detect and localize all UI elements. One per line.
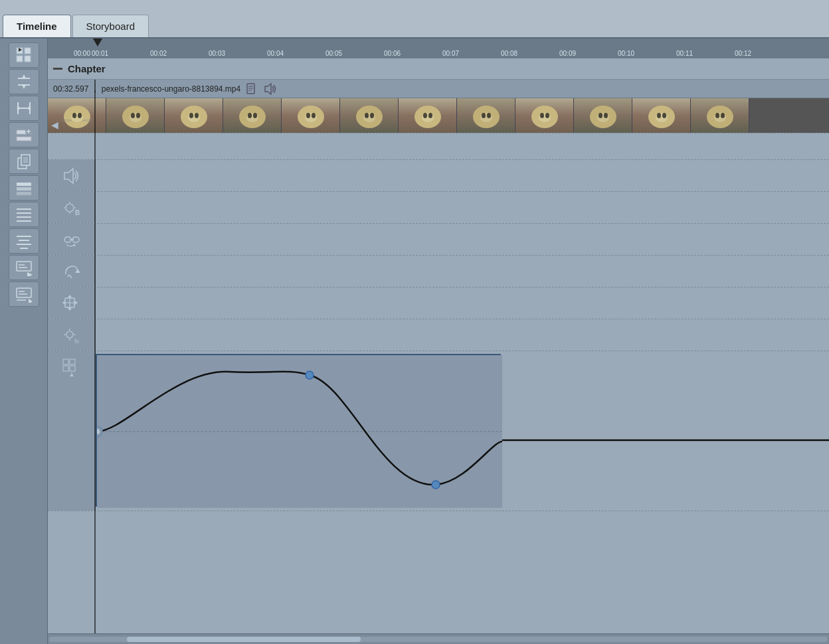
svg-point-63 bbox=[131, 113, 135, 118]
add-track-button[interactable] bbox=[9, 122, 39, 147]
svg-text:fx: fx bbox=[74, 338, 80, 345]
thumb-cell bbox=[340, 98, 399, 133]
svg-marker-139 bbox=[68, 295, 72, 297]
audio-track-content bbox=[96, 160, 829, 191]
bottom-empty-row bbox=[48, 511, 829, 538]
playhead-head-icon bbox=[93, 39, 102, 46]
loop-track-row bbox=[48, 256, 829, 287]
svg-rect-15 bbox=[17, 137, 31, 141]
thumb-cell bbox=[282, 98, 340, 133]
video-track: 00:32.597 , pexels-francesco-ungaro-8813… bbox=[48, 80, 829, 160]
fx-b-icon: B bbox=[62, 198, 82, 218]
video-filename-separator: , bbox=[94, 84, 96, 94]
curve-box[interactable] bbox=[96, 354, 501, 507]
grid-button[interactable] bbox=[9, 42, 39, 68]
effect-track-icon-cell: fx bbox=[48, 319, 96, 351]
svg-marker-125 bbox=[64, 169, 73, 183]
left-toolbar bbox=[0, 39, 48, 644]
svg-point-106 bbox=[545, 113, 549, 118]
ruler[interactable]: 00:00 00:01 00:02 00:03 00:04 00:05 00:0… bbox=[48, 39, 829, 58]
thumb-cell bbox=[691, 98, 749, 133]
center-align-button[interactable] bbox=[9, 228, 39, 254]
audio-track-icon-cell bbox=[48, 160, 96, 191]
stack-button[interactable] bbox=[9, 202, 39, 227]
svg-point-126 bbox=[66, 204, 74, 212]
copy-button[interactable] bbox=[9, 149, 39, 174]
subtitles-button[interactable] bbox=[9, 255, 39, 280]
scrollbar-track[interactable] bbox=[49, 637, 828, 642]
svg-marker-140 bbox=[68, 308, 72, 311]
tab-timeline-label: Timeline bbox=[17, 21, 57, 32]
scrollbar-thumb[interactable] bbox=[127, 637, 361, 642]
effect-icon: fx bbox=[62, 325, 82, 345]
svg-rect-3 bbox=[25, 56, 31, 62]
svg-point-53 bbox=[72, 113, 76, 118]
align-vertical-button[interactable] bbox=[9, 69, 39, 94]
video-audio-icon bbox=[263, 83, 278, 95]
chapter-row: Chapter bbox=[48, 58, 829, 80]
loop-track-content bbox=[96, 256, 829, 287]
svg-point-82 bbox=[312, 113, 316, 118]
svg-point-100 bbox=[487, 113, 491, 118]
svg-rect-1 bbox=[25, 48, 31, 54]
svg-marker-8 bbox=[22, 85, 26, 89]
align-horizontal-button[interactable] bbox=[9, 96, 39, 121]
curve-handle-peak[interactable] bbox=[306, 371, 314, 379]
thumb-cell bbox=[399, 98, 457, 133]
svg-rect-150 bbox=[63, 359, 68, 364]
curve-track-icon-cell bbox=[48, 351, 96, 511]
export-button[interactable] bbox=[9, 282, 39, 307]
svg-point-105 bbox=[540, 113, 544, 118]
horizontal-scrollbar[interactable] bbox=[48, 633, 829, 644]
svg-rect-35 bbox=[17, 262, 31, 271]
svg-rect-26 bbox=[17, 192, 31, 195]
ruler-tick-marks bbox=[48, 53, 829, 58]
move-track-icon-cell bbox=[48, 287, 96, 319]
svg-marker-136 bbox=[75, 269, 80, 273]
timeline-mode-button[interactable] bbox=[9, 175, 39, 201]
svg-point-87 bbox=[365, 113, 369, 118]
timeline-area: 00:00 00:01 00:02 00:03 00:04 00:05 00:0… bbox=[48, 39, 829, 644]
curve-icon bbox=[62, 358, 82, 378]
svg-text:B: B bbox=[75, 209, 80, 216]
playhead-marker[interactable] bbox=[93, 39, 102, 46]
thumb-cell bbox=[223, 98, 282, 133]
svg-point-64 bbox=[136, 113, 140, 118]
effect-track-content bbox=[96, 319, 829, 351]
video-doc-icon bbox=[246, 83, 258, 95]
link-track-content bbox=[96, 224, 829, 255]
audio-icon bbox=[62, 167, 81, 185]
loop-icon bbox=[62, 262, 81, 281]
link-icon bbox=[62, 230, 81, 249]
svg-point-94 bbox=[428, 113, 432, 118]
tab-timeline[interactable]: Timeline bbox=[3, 15, 71, 37]
curve-handle-valley[interactable] bbox=[432, 481, 440, 489]
svg-rect-39 bbox=[17, 288, 31, 297]
chapter-label: Chapter bbox=[68, 63, 106, 74]
svg-point-111 bbox=[599, 113, 602, 118]
main-layout: 00:00 00:01 00:02 00:03 00:04 00:05 00:0… bbox=[0, 39, 829, 644]
track-info-bar: 00:32.597 , pexels-francesco-ungaro-8813… bbox=[48, 80, 829, 98]
svg-marker-42 bbox=[29, 299, 33, 303]
svg-point-70 bbox=[195, 113, 199, 118]
tab-storyboard[interactable]: Storyboard bbox=[72, 15, 149, 37]
thumb-cell bbox=[106, 98, 165, 133]
svg-point-81 bbox=[306, 113, 310, 118]
svg-marker-143 bbox=[75, 301, 78, 305]
svg-rect-24 bbox=[17, 183, 31, 186]
svg-point-75 bbox=[248, 113, 252, 118]
svg-point-99 bbox=[482, 113, 486, 118]
move-track-content bbox=[96, 287, 829, 319]
effect-track-row: fx bbox=[48, 319, 829, 351]
link-track-row bbox=[48, 224, 829, 256]
move-track-row bbox=[48, 287, 829, 319]
svg-point-124 bbox=[721, 113, 725, 118]
svg-point-76 bbox=[253, 113, 257, 118]
video-timecode: 00:32.597 bbox=[53, 84, 88, 94]
svg-point-69 bbox=[189, 113, 193, 118]
svg-point-112 bbox=[604, 113, 608, 118]
svg-rect-153 bbox=[70, 366, 75, 371]
svg-point-88 bbox=[370, 113, 374, 118]
curve-continuation-svg bbox=[501, 354, 829, 507]
tracks-scroll-area[interactable]: 00:32.597 , pexels-francesco-ungaro-8813… bbox=[48, 80, 829, 633]
